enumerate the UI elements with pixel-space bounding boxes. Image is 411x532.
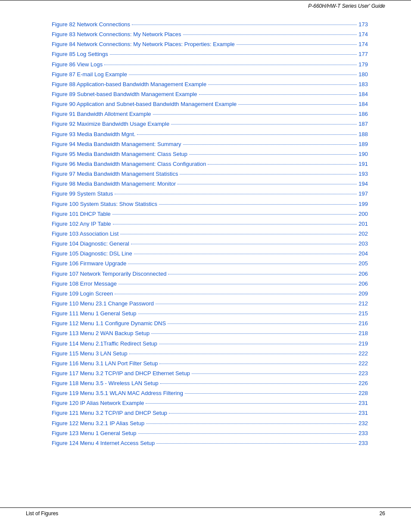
toc-page-number: 222 xyxy=(358,359,368,368)
toc-entry: Figure 115 Menu 3 LAN Setup222 xyxy=(52,349,368,358)
toc-link[interactable]: Figure 114 Menu 2.1Traffic Redirect Setu… xyxy=(52,339,157,348)
toc-page-number: 226 xyxy=(358,379,368,388)
toc-link[interactable]: Figure 115 Menu 3 LAN Setup xyxy=(52,349,128,358)
toc-dots xyxy=(189,154,357,155)
toc-link[interactable]: Figure 86 View Logs xyxy=(52,60,103,69)
toc-link[interactable]: Figure 120 IP Alias Network Example xyxy=(52,399,144,408)
toc-link[interactable]: Figure 104 Diagnostic: General xyxy=(52,240,129,248)
toc-link[interactable]: Figure 101 DHCP Table xyxy=(52,210,111,218)
toc-link[interactable]: Figure 83 Network Connections: My Networ… xyxy=(52,30,181,39)
toc-dots xyxy=(199,94,357,95)
toc-link[interactable]: Figure 121 Menu 3.2 TCP/IP and DHCP Setu… xyxy=(52,409,167,417)
toc-link[interactable]: Figure 105 Diagnostic: DSL Line xyxy=(52,249,132,258)
toc-link[interactable]: Figure 113 Menu 2 WAN Backup Setup xyxy=(52,329,149,338)
toc-entry: Figure 111 Menu 1 General Setup215 xyxy=(52,309,368,318)
toc-link[interactable]: Figure 99 System Status xyxy=(52,190,113,198)
toc-dots xyxy=(159,204,357,205)
toc-page-number: 187 xyxy=(358,120,368,128)
toc-dots xyxy=(159,344,357,344)
toc-link[interactable]: Figure 92 Maximize Bandwidth Usage Examp… xyxy=(52,120,169,128)
toc-dots xyxy=(137,134,357,135)
toc-dots xyxy=(129,75,357,75)
toc-entry: Figure 117 Menu 3.2 TCP/IP and DHCP Ethe… xyxy=(52,369,368,378)
toc-link[interactable]: Figure 89 Subnet-based Bandwidth Managem… xyxy=(52,90,197,99)
toc-dots xyxy=(110,54,357,55)
toc-dots xyxy=(129,354,357,354)
toc-link[interactable]: Figure 85 Log Settings xyxy=(52,50,108,59)
toc-page-number: 204 xyxy=(358,249,368,258)
toc-link[interactable]: Figure 119 Menu 3.5.1 WLAN MAC Address F… xyxy=(52,389,183,398)
toc-link[interactable]: Figure 117 Menu 3.2 TCP/IP and DHCP Ethe… xyxy=(52,369,190,378)
toc-entry: Figure 112 Menu 1.1 Configure Dynamic DN… xyxy=(52,319,368,328)
toc-page-number: 232 xyxy=(358,419,368,428)
toc-dots xyxy=(113,224,357,224)
toc-entry: Figure 119 Menu 3.5.1 WLAN MAC Address F… xyxy=(52,389,368,398)
toc-entry: Figure 96 Media Bandwidth Management: Cl… xyxy=(52,160,368,168)
toc-dots xyxy=(183,144,357,145)
toc-link[interactable]: Figure 109 Login Screen xyxy=(52,289,113,298)
toc-link[interactable]: Figure 93 Media Bandwidth Mgnt. xyxy=(52,130,135,139)
toc-dots xyxy=(115,294,357,294)
toc-entry: Figure 113 Menu 2 WAN Backup Setup218 xyxy=(52,329,368,338)
toc-dots xyxy=(118,284,357,284)
toc-link[interactable]: Figure 95 Media Bandwidth Management: Cl… xyxy=(52,150,187,159)
toc-page-number: 206 xyxy=(358,280,368,288)
toc-link[interactable]: Figure 106 Firmware Upgrade xyxy=(52,259,126,268)
toc-link[interactable]: Figure 96 Media Bandwidth Management: Cl… xyxy=(52,160,206,168)
toc-link[interactable]: Figure 102 Any IP Table xyxy=(52,220,111,228)
toc-link[interactable]: Figure 116 Menu 3.1 LAN Port Filter Setu… xyxy=(52,359,158,368)
toc-dots xyxy=(156,304,357,304)
toc-link[interactable]: Figure 91 Bandwidth Allotment Example xyxy=(52,110,151,118)
toc-page-number: 215 xyxy=(358,309,368,318)
toc-link[interactable]: Figure 97 Media Bandwidth Management Sta… xyxy=(52,170,178,178)
toc-entry: Figure 83 Network Connections: My Networ… xyxy=(52,30,368,39)
toc-entry: Figure 109 Login Screen209 xyxy=(52,289,368,298)
toc-link[interactable]: Figure 112 Menu 1.1 Configure Dynamic DN… xyxy=(52,319,166,328)
toc-page-number: 201 xyxy=(358,220,368,228)
toc-page-number: 231 xyxy=(358,409,368,417)
toc-link[interactable]: Figure 122 Menu 3.2.1 IP Alias Setup xyxy=(52,419,144,428)
toc-dots xyxy=(115,194,357,194)
toc-page-number: 173 xyxy=(358,20,368,29)
toc-entry: Figure 121 Menu 3.2 TCP/IP and DHCP Setu… xyxy=(52,409,368,417)
toc-link[interactable]: Figure 107 Network Temporarily Disconnec… xyxy=(52,270,166,278)
toc-link[interactable]: Figure 82 Network Connections xyxy=(52,20,130,29)
toc-link[interactable]: Figure 94 Media Bandwidth Management: Su… xyxy=(52,140,181,149)
toc-page-number: 177 xyxy=(358,50,368,59)
toc-dots xyxy=(128,264,357,264)
toc-link[interactable]: Figure 88 Application-based Bandwidth Ma… xyxy=(52,80,206,89)
page-header: P-660H/HW-T Series User' Guide xyxy=(0,0,411,12)
toc-dots xyxy=(168,324,357,324)
toc-link[interactable]: Figure 87 E-mail Log Example xyxy=(52,70,127,79)
toc-dots xyxy=(151,333,357,334)
toc-entry: Figure 102 Any IP Table201 xyxy=(52,220,368,228)
toc-dots xyxy=(146,423,357,424)
toc-link[interactable]: Figure 90 Application and Subnet-based B… xyxy=(52,100,237,109)
toc-entry: Figure 104 Diagnostic: General203 xyxy=(52,240,368,248)
toc-link[interactable]: Figure 118 Menu 3.5 - Wireless LAN Setup xyxy=(52,379,159,388)
toc-page-number: 188 xyxy=(358,130,368,139)
toc-page-number: 223 xyxy=(358,369,368,378)
toc-link[interactable]: Figure 111 Menu 1 General Setup xyxy=(52,309,137,318)
toc-link[interactable]: Figure 100 System Status: Show Statistic… xyxy=(52,200,157,208)
toc-entry: Figure 118 Menu 3.5 - Wireless LAN Setup… xyxy=(52,379,368,388)
toc-link[interactable]: Figure 84 Network Connections: My Networ… xyxy=(52,40,235,49)
toc-link[interactable]: Figure 110 Menu 23.1 Change Password xyxy=(52,299,154,308)
toc-page-number: 233 xyxy=(358,429,368,438)
footer-section-label: List of Figures xyxy=(26,510,58,516)
toc-link[interactable]: Figure 103 Association List xyxy=(52,230,118,238)
toc-entry: Figure 116 Menu 3.1 LAN Port Filter Setu… xyxy=(52,359,368,368)
toc-entry: Figure 110 Menu 23.1 Change Password212 xyxy=(52,299,368,308)
toc-link[interactable]: Figure 98 Media Bandwidth Management: Mo… xyxy=(52,180,176,188)
toc-link[interactable]: Figure 123 Menu 1 General Setup xyxy=(52,429,137,438)
toc-dots xyxy=(237,44,357,45)
toc-page-number: 186 xyxy=(358,110,368,118)
toc-entry: Figure 100 System Status: Show Statistic… xyxy=(52,200,368,208)
toc-entry: Figure 89 Subnet-based Bandwidth Managem… xyxy=(52,90,368,99)
toc-dots xyxy=(134,254,357,254)
toc-dots xyxy=(138,433,357,434)
toc-page-number: 205 xyxy=(358,259,368,268)
toc-link[interactable]: Figure 108 Error Message xyxy=(52,280,117,288)
toc-dots xyxy=(131,244,357,244)
toc-link[interactable]: Figure 124 Menu 4 Internet Access Setup xyxy=(52,439,155,448)
